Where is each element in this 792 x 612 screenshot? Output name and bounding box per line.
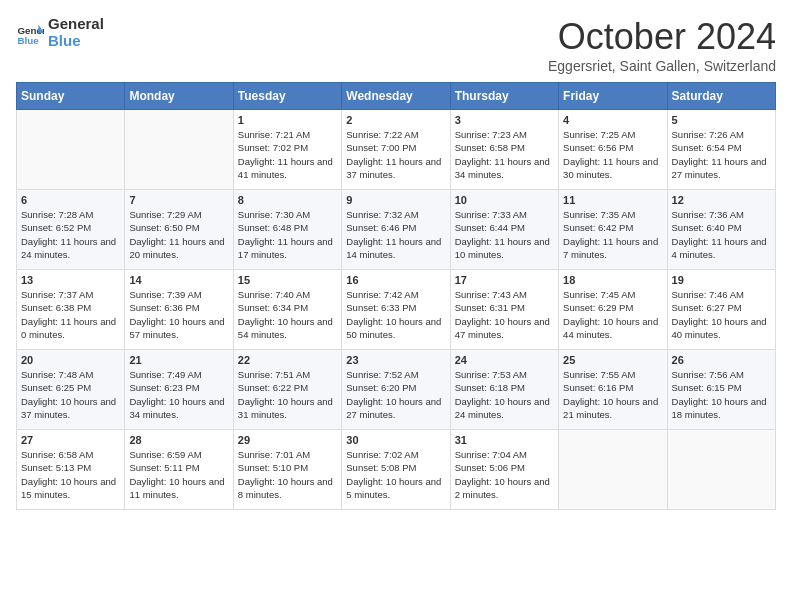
weekday-header-friday: Friday bbox=[559, 83, 667, 110]
calendar-cell: 6Sunrise: 7:28 AMSunset: 6:52 PMDaylight… bbox=[17, 190, 125, 270]
calendar-cell bbox=[17, 110, 125, 190]
weekday-header-saturday: Saturday bbox=[667, 83, 775, 110]
calendar-cell: 7Sunrise: 7:29 AMSunset: 6:50 PMDaylight… bbox=[125, 190, 233, 270]
logo: General Blue General Blue bbox=[16, 16, 104, 49]
calendar-week-2: 6Sunrise: 7:28 AMSunset: 6:52 PMDaylight… bbox=[17, 190, 776, 270]
day-info: Sunrise: 7:40 AMSunset: 6:34 PMDaylight:… bbox=[238, 288, 337, 341]
day-info: Sunrise: 7:51 AMSunset: 6:22 PMDaylight:… bbox=[238, 368, 337, 421]
day-number: 5 bbox=[672, 114, 771, 126]
day-info: Sunrise: 7:56 AMSunset: 6:15 PMDaylight:… bbox=[672, 368, 771, 421]
day-number: 17 bbox=[455, 274, 554, 286]
calendar-cell: 16Sunrise: 7:42 AMSunset: 6:33 PMDayligh… bbox=[342, 270, 450, 350]
day-info: Sunrise: 7:33 AMSunset: 6:44 PMDaylight:… bbox=[455, 208, 554, 261]
day-number: 10 bbox=[455, 194, 554, 206]
day-number: 6 bbox=[21, 194, 120, 206]
day-info: Sunrise: 7:49 AMSunset: 6:23 PMDaylight:… bbox=[129, 368, 228, 421]
calendar-cell: 9Sunrise: 7:32 AMSunset: 6:46 PMDaylight… bbox=[342, 190, 450, 270]
day-info: Sunrise: 7:39 AMSunset: 6:36 PMDaylight:… bbox=[129, 288, 228, 341]
day-number: 23 bbox=[346, 354, 445, 366]
day-number: 14 bbox=[129, 274, 228, 286]
day-number: 3 bbox=[455, 114, 554, 126]
day-number: 21 bbox=[129, 354, 228, 366]
calendar-cell: 24Sunrise: 7:53 AMSunset: 6:18 PMDayligh… bbox=[450, 350, 558, 430]
day-number: 27 bbox=[21, 434, 120, 446]
day-info: Sunrise: 7:29 AMSunset: 6:50 PMDaylight:… bbox=[129, 208, 228, 261]
day-info: Sunrise: 7:46 AMSunset: 6:27 PMDaylight:… bbox=[672, 288, 771, 341]
weekday-header-wednesday: Wednesday bbox=[342, 83, 450, 110]
calendar-cell: 18Sunrise: 7:45 AMSunset: 6:29 PMDayligh… bbox=[559, 270, 667, 350]
svg-text:Blue: Blue bbox=[17, 35, 39, 46]
calendar-cell: 19Sunrise: 7:46 AMSunset: 6:27 PMDayligh… bbox=[667, 270, 775, 350]
calendar-cell: 28Sunrise: 6:59 AMSunset: 5:11 PMDayligh… bbox=[125, 430, 233, 510]
calendar-cell: 13Sunrise: 7:37 AMSunset: 6:38 PMDayligh… bbox=[17, 270, 125, 350]
calendar-cell: 21Sunrise: 7:49 AMSunset: 6:23 PMDayligh… bbox=[125, 350, 233, 430]
day-number: 13 bbox=[21, 274, 120, 286]
weekday-header-monday: Monday bbox=[125, 83, 233, 110]
calendar-cell: 22Sunrise: 7:51 AMSunset: 6:22 PMDayligh… bbox=[233, 350, 341, 430]
day-info: Sunrise: 7:32 AMSunset: 6:46 PMDaylight:… bbox=[346, 208, 445, 261]
calendar-cell: 2Sunrise: 7:22 AMSunset: 7:00 PMDaylight… bbox=[342, 110, 450, 190]
weekday-header-thursday: Thursday bbox=[450, 83, 558, 110]
calendar-cell bbox=[667, 430, 775, 510]
calendar-cell: 1Sunrise: 7:21 AMSunset: 7:02 PMDaylight… bbox=[233, 110, 341, 190]
calendar-header-row: SundayMondayTuesdayWednesdayThursdayFrid… bbox=[17, 83, 776, 110]
day-info: Sunrise: 7:28 AMSunset: 6:52 PMDaylight:… bbox=[21, 208, 120, 261]
calendar-week-4: 20Sunrise: 7:48 AMSunset: 6:25 PMDayligh… bbox=[17, 350, 776, 430]
day-number: 28 bbox=[129, 434, 228, 446]
day-info: Sunrise: 7:37 AMSunset: 6:38 PMDaylight:… bbox=[21, 288, 120, 341]
calendar-cell: 17Sunrise: 7:43 AMSunset: 6:31 PMDayligh… bbox=[450, 270, 558, 350]
day-number: 4 bbox=[563, 114, 662, 126]
calendar-table: SundayMondayTuesdayWednesdayThursdayFrid… bbox=[16, 82, 776, 510]
calendar-cell: 15Sunrise: 7:40 AMSunset: 6:34 PMDayligh… bbox=[233, 270, 341, 350]
day-number: 31 bbox=[455, 434, 554, 446]
calendar-cell: 10Sunrise: 7:33 AMSunset: 6:44 PMDayligh… bbox=[450, 190, 558, 270]
day-number: 19 bbox=[672, 274, 771, 286]
calendar-cell: 20Sunrise: 7:48 AMSunset: 6:25 PMDayligh… bbox=[17, 350, 125, 430]
day-number: 12 bbox=[672, 194, 771, 206]
calendar-cell: 12Sunrise: 7:36 AMSunset: 6:40 PMDayligh… bbox=[667, 190, 775, 270]
day-info: Sunrise: 7:36 AMSunset: 6:40 PMDaylight:… bbox=[672, 208, 771, 261]
day-number: 22 bbox=[238, 354, 337, 366]
page-header: General Blue General Blue October 2024 E… bbox=[16, 16, 776, 74]
day-info: Sunrise: 7:21 AMSunset: 7:02 PMDaylight:… bbox=[238, 128, 337, 181]
day-info: Sunrise: 7:02 AMSunset: 5:08 PMDaylight:… bbox=[346, 448, 445, 501]
weekday-header-sunday: Sunday bbox=[17, 83, 125, 110]
calendar-cell: 5Sunrise: 7:26 AMSunset: 6:54 PMDaylight… bbox=[667, 110, 775, 190]
day-info: Sunrise: 7:45 AMSunset: 6:29 PMDaylight:… bbox=[563, 288, 662, 341]
calendar-cell: 14Sunrise: 7:39 AMSunset: 6:36 PMDayligh… bbox=[125, 270, 233, 350]
day-number: 16 bbox=[346, 274, 445, 286]
day-info: Sunrise: 6:59 AMSunset: 5:11 PMDaylight:… bbox=[129, 448, 228, 501]
day-info: Sunrise: 6:58 AMSunset: 5:13 PMDaylight:… bbox=[21, 448, 120, 501]
day-number: 2 bbox=[346, 114, 445, 126]
day-number: 8 bbox=[238, 194, 337, 206]
day-number: 1 bbox=[238, 114, 337, 126]
calendar-cell bbox=[125, 110, 233, 190]
day-info: Sunrise: 7:48 AMSunset: 6:25 PMDaylight:… bbox=[21, 368, 120, 421]
location-subtitle: Eggersriet, Saint Gallen, Switzerland bbox=[548, 58, 776, 74]
logo-icon: General Blue bbox=[16, 19, 44, 47]
logo-general: General bbox=[48, 16, 104, 33]
calendar-cell: 29Sunrise: 7:01 AMSunset: 5:10 PMDayligh… bbox=[233, 430, 341, 510]
day-info: Sunrise: 7:26 AMSunset: 6:54 PMDaylight:… bbox=[672, 128, 771, 181]
day-number: 26 bbox=[672, 354, 771, 366]
weekday-header-tuesday: Tuesday bbox=[233, 83, 341, 110]
day-number: 15 bbox=[238, 274, 337, 286]
day-number: 29 bbox=[238, 434, 337, 446]
day-info: Sunrise: 7:42 AMSunset: 6:33 PMDaylight:… bbox=[346, 288, 445, 341]
calendar-cell: 30Sunrise: 7:02 AMSunset: 5:08 PMDayligh… bbox=[342, 430, 450, 510]
calendar-cell bbox=[559, 430, 667, 510]
calendar-cell: 31Sunrise: 7:04 AMSunset: 5:06 PMDayligh… bbox=[450, 430, 558, 510]
calendar-cell: 11Sunrise: 7:35 AMSunset: 6:42 PMDayligh… bbox=[559, 190, 667, 270]
calendar-cell: 4Sunrise: 7:25 AMSunset: 6:56 PMDaylight… bbox=[559, 110, 667, 190]
day-number: 25 bbox=[563, 354, 662, 366]
day-info: Sunrise: 7:53 AMSunset: 6:18 PMDaylight:… bbox=[455, 368, 554, 421]
calendar-week-3: 13Sunrise: 7:37 AMSunset: 6:38 PMDayligh… bbox=[17, 270, 776, 350]
day-number: 24 bbox=[455, 354, 554, 366]
day-number: 7 bbox=[129, 194, 228, 206]
day-info: Sunrise: 7:35 AMSunset: 6:42 PMDaylight:… bbox=[563, 208, 662, 261]
day-info: Sunrise: 7:01 AMSunset: 5:10 PMDaylight:… bbox=[238, 448, 337, 501]
calendar-cell: 3Sunrise: 7:23 AMSunset: 6:58 PMDaylight… bbox=[450, 110, 558, 190]
day-info: Sunrise: 7:43 AMSunset: 6:31 PMDaylight:… bbox=[455, 288, 554, 341]
day-number: 30 bbox=[346, 434, 445, 446]
title-block: October 2024 Eggersriet, Saint Gallen, S… bbox=[548, 16, 776, 74]
